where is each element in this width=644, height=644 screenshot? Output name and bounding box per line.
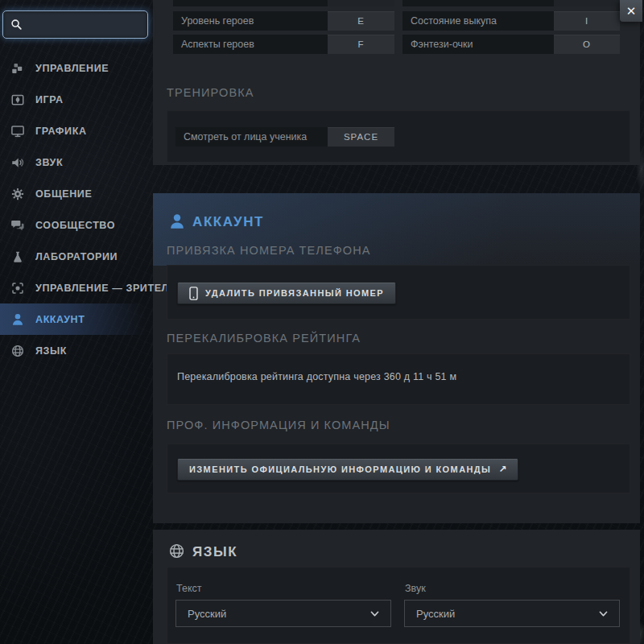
flask-icon [10, 249, 25, 264]
person-icon [10, 312, 25, 327]
settings-sidebar: УПРАВЛЕНИЕ ИГРА [0, 0, 153, 644]
external-link-icon: ↗ [498, 464, 506, 475]
sidebar-item-label: СООБЩЕСТВО [35, 220, 115, 231]
account-person-icon [168, 212, 186, 231]
game-screen-icon [10, 92, 25, 107]
audio-language-select[interactable]: Русский [404, 600, 620, 627]
audio-language-value: Русский [416, 608, 597, 620]
sidebar-item-spectator-controls[interactable]: УПРАВЛЕНИЕ — ЗРИТЕЛЬ [0, 272, 153, 303]
training-section-title: ТРЕНИРОВКА [167, 86, 254, 99]
sidebar-item-label: ЗВУК [35, 157, 63, 168]
search-box[interactable] [2, 10, 148, 39]
sidebar-item-account[interactable]: АККАУНТ [0, 303, 153, 335]
chat-bubbles-icon [10, 217, 25, 233]
recalibration-title: ПЕРЕКАЛИБРОВКА РЕЙТИНГА [167, 332, 361, 345]
edit-pro-info-button-label: ИЗМЕНИТЬ ОФИЦИАЛЬНУЮ ИНФОРМАЦИЮ И КОМАНД… [189, 464, 491, 474]
gear-icon [10, 186, 25, 201]
sidebar-item-label: ОБЩЕНИЕ [35, 188, 92, 200]
text-language-value: Русский [188, 608, 369, 620]
sidebar-item-audio[interactable]: ЗВУК [0, 147, 153, 178]
hotkey-label-text: Фэнтези-очки [411, 39, 473, 50]
sidebar-item-label: ЯЗЫК [35, 345, 67, 357]
sidebar-item-graphics[interactable]: ГРАФИКА [0, 115, 153, 147]
language-section-title: ЯЗЫК [192, 544, 237, 560]
speaker-icon [10, 155, 25, 170]
hotkey-keybind[interactable]: E [328, 11, 394, 31]
hotkey-keybind[interactable]: O [554, 35, 620, 54]
pro-info-title: ПРОФ. ИНФОРМАЦИЯ И КОМАНДЫ [167, 419, 390, 431]
hotkey-row-partial [402, 0, 554, 6]
hotkey-label-text: Аспекты героев [181, 39, 254, 50]
account-section-title: АККАУНТ [192, 214, 264, 230]
hotkey-row-partial [173, 0, 328, 6]
sidebar-item-game[interactable]: ИГРА [0, 84, 153, 115]
remove-phone-button-label: УДАЛИТЬ ПРИВЯЗАННЫЙ НОМЕР [205, 288, 384, 298]
hotkey-label: Аспекты героев [173, 35, 328, 54]
sidebar-nav: УПРАВЛЕНИЕ ИГРА [0, 52, 153, 366]
hotkey-key-partial [554, 0, 620, 6]
globe-icon [10, 343, 25, 358]
close-button[interactable]: ✕ [620, 0, 642, 22]
hotkey-label: Уровень героев [173, 11, 328, 31]
language-globe-icon [168, 543, 185, 559]
settings-window: УПРАВЛЕНИЕ ИГРА [0, 0, 644, 644]
text-language-label: Текст [176, 583, 201, 594]
sidebar-item-label: УПРАВЛЕНИЕ — ЗРИТЕЛЬ [35, 283, 177, 294]
sidebar-item-language[interactable]: ЯЗЫК [0, 335, 153, 366]
sidebar-item-community[interactable]: СООБЩЕСТВО [0, 209, 153, 241]
hotkey-label: Смотреть от лица ученика [175, 127, 328, 147]
chevron-down-icon [597, 608, 609, 620]
sidebar-item-controls[interactable]: УПРАВЛЕНИЕ [0, 52, 153, 84]
keyboard-icon [10, 60, 25, 76]
hotkey-keybind[interactable]: SPACE [328, 127, 394, 147]
sidebar-item-label: ГРАФИКА [35, 126, 87, 137]
hotkey-keybind[interactable]: F [328, 35, 394, 54]
sidebar-item-label: УПРАВЛЕНИЕ [35, 63, 109, 74]
text-language-select[interactable]: Русский [175, 600, 391, 627]
sidebar-item-label: ЛАБОРАТОРИИ [35, 251, 118, 262]
hotkey-label-text: Состояние выкупа [411, 15, 497, 27]
audio-language-label: Звук [405, 583, 426, 594]
monitor-icon [10, 123, 25, 138]
hotkey-key-partial [328, 0, 394, 6]
close-icon: ✕ [626, 4, 637, 19]
phone-icon [189, 287, 198, 300]
search-icon [10, 18, 23, 31]
hotkey-label: Состояние выкупа [402, 11, 554, 31]
sidebar-item-label: ИГРА [35, 94, 64, 105]
edit-pro-info-button[interactable]: ИЗМЕНИТЬ ОФИЦИАЛЬНУЮ ИНФОРМАЦИЮ И КОМАНД… [177, 458, 518, 481]
search-input[interactable] [29, 18, 141, 31]
phone-link-title: ПРИВЯЗКА НОМЕРА ТЕЛЕФОНА [167, 244, 371, 257]
recalibration-message: Перекалибровка рейтинга доступна через 3… [177, 371, 456, 382]
sidebar-item-social[interactable]: ОБЩЕНИЕ [0, 178, 153, 209]
hotkey-label-text: Уровень героев [181, 15, 254, 27]
hotkey-label-text: Смотреть от лица ученика [184, 131, 307, 142]
remove-phone-button[interactable]: УДАЛИТЬ ПРИВЯЗАННЫЙ НОМЕР [177, 282, 396, 304]
chevron-down-icon [369, 608, 381, 620]
sidebar-item-label: АККАУНТ [35, 314, 85, 325]
spectator-viewfinder-icon [10, 280, 25, 295]
hotkey-label: Фэнтези-очки [402, 35, 554, 54]
sidebar-item-labs[interactable]: ЛАБОРАТОРИИ [0, 241, 153, 272]
hotkey-keybind[interactable]: I [554, 11, 620, 31]
